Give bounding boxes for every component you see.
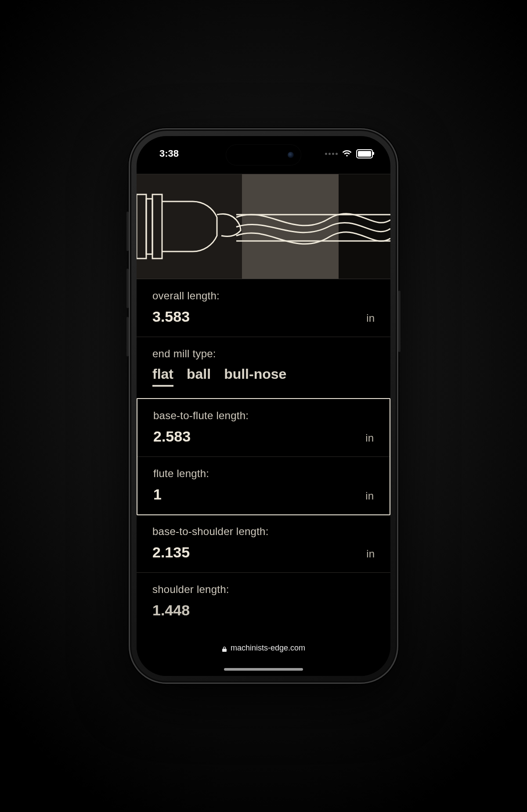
row-base-to-shoulder-length[interactable]: base-to-shoulder length: 2.135 in	[137, 515, 390, 573]
status-time: 3:38	[159, 148, 179, 159]
unit-base-to-shoulder: in	[366, 548, 375, 560]
end-mill-type-segmented[interactable]: flat ball bull-nose	[152, 366, 375, 387]
label-end-mill-type: end mill type:	[152, 348, 375, 360]
phone-frame: 3:38	[129, 128, 398, 684]
cellular-dots-icon	[325, 153, 338, 155]
value-flute-length[interactable]: 1	[153, 486, 162, 503]
app-content: overall length: 3.583 in end mill type: …	[137, 136, 390, 676]
front-camera-icon	[288, 152, 294, 158]
home-indicator[interactable]	[224, 668, 303, 671]
url-domain: machinists-edge.com	[231, 643, 305, 653]
value-shoulder-length[interactable]: 1.448	[152, 602, 190, 619]
label-overall-length: overall length:	[152, 290, 375, 302]
unit-overall-length: in	[366, 312, 375, 324]
battery-icon	[356, 149, 373, 158]
dynamic-island	[226, 145, 301, 165]
parameter-sheet[interactable]: overall length: 3.583 in end mill type: …	[137, 279, 390, 676]
phone-screen: 3:38	[137, 136, 390, 676]
address-bar[interactable]: machinists-edge.com	[222, 643, 305, 653]
svg-rect-2	[152, 194, 162, 259]
value-base-to-flute[interactable]: 2.583	[153, 428, 191, 445]
unit-base-to-flute: in	[365, 432, 374, 444]
seg-option-flat[interactable]: flat	[152, 366, 173, 387]
label-base-to-shoulder: base-to-shoulder length:	[152, 525, 375, 538]
unit-flute-length: in	[365, 490, 374, 502]
row-base-to-flute-length[interactable]: base-to-flute length: 2.583 in	[137, 399, 390, 457]
svg-rect-0	[137, 194, 146, 259]
svg-rect-1	[146, 199, 152, 254]
seg-option-ball[interactable]: ball	[187, 366, 211, 387]
label-flute-length: flute length:	[153, 467, 374, 480]
status-right	[325, 149, 373, 158]
label-base-to-flute: base-to-flute length:	[153, 410, 374, 422]
value-overall-length[interactable]: 3.583	[152, 308, 190, 325]
row-shoulder-length[interactable]: shoulder length: 1.448 in	[137, 573, 390, 630]
endmill-illustration-icon	[137, 174, 390, 279]
row-end-mill-type: end mill type: flat ball bull-nose	[137, 337, 390, 399]
seg-option-bull-nose[interactable]: bull-nose	[224, 366, 286, 387]
value-base-to-shoulder[interactable]: 2.135	[152, 544, 190, 561]
tool-diagram	[137, 174, 390, 279]
emphasized-group: base-to-flute length: 2.583 in flute len…	[137, 398, 390, 515]
label-shoulder-length: shoulder length:	[152, 583, 375, 596]
row-flute-length[interactable]: flute length: 1 in	[137, 457, 390, 514]
wifi-icon	[342, 150, 352, 157]
row-overall-length[interactable]: overall length: 3.583 in	[137, 279, 390, 337]
lock-icon	[222, 645, 227, 651]
browser-chrome: machinists-edge.com	[137, 638, 390, 676]
